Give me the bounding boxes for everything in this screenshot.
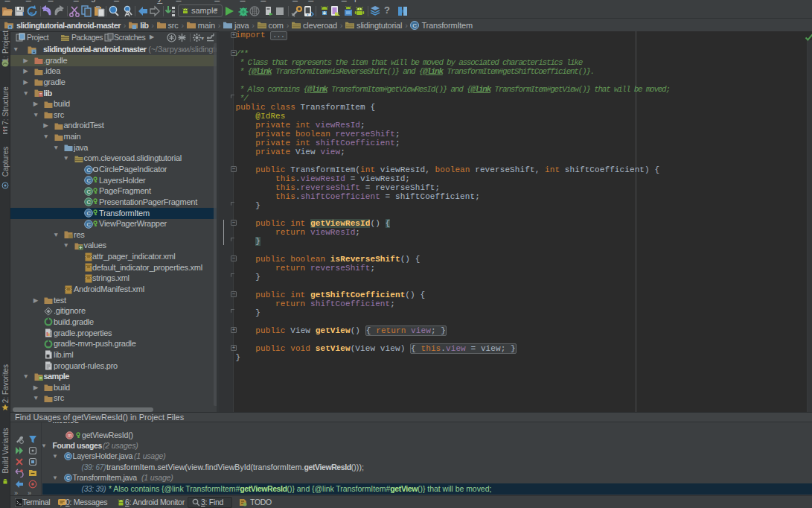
svg-text:C: C (86, 199, 91, 206)
svg-text:m: m (68, 432, 71, 437)
svg-text:C: C (66, 475, 70, 480)
svg-text:C: C (86, 188, 91, 194)
svg-text:C: C (413, 22, 418, 29)
svg-text:C: C (86, 210, 91, 217)
svg-text:C: C (86, 177, 91, 184)
svg-text:C: C (86, 220, 91, 227)
svg-text:C: C (86, 166, 91, 173)
svg-text:C: C (66, 454, 70, 459)
